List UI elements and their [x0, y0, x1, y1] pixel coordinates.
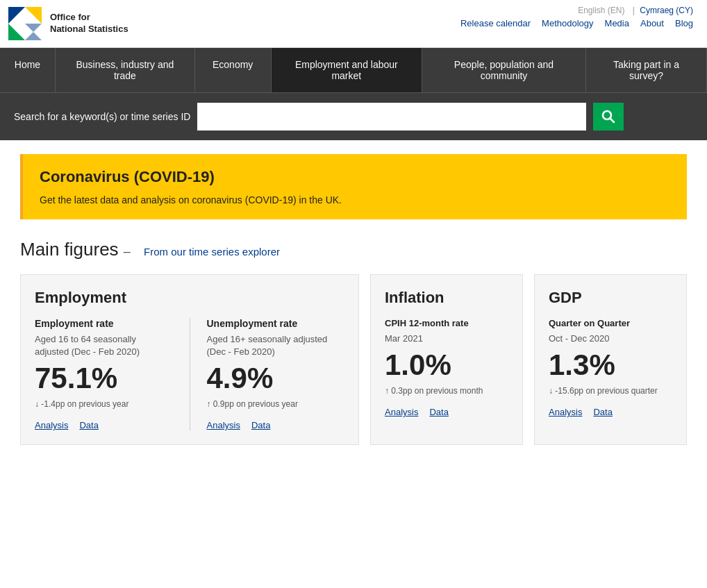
inflation-card: Inflation CPIH 12-month rate Mar 2021 1.…: [370, 274, 523, 445]
search-icon: [601, 110, 615, 124]
gdp-section: Quarter on Quarter Oct - Dec 2020 1.3% ↓…: [549, 318, 672, 417]
inflation-rate-title: CPIH 12-month rate: [385, 318, 508, 328]
employment-rate-change-text: -1.4pp on previous year: [41, 399, 128, 409]
time-series-explorer-link[interactable]: From our time series explorer: [144, 246, 280, 258]
nav-people[interactable]: People, population and community: [422, 48, 586, 92]
employment-card-title: Employment: [35, 289, 344, 307]
employment-rate-desc: Aged 16 to 64 seasonally adjusted (Dec -…: [35, 333, 173, 358]
covid-title: Coronavirus (COVID-19): [40, 168, 670, 186]
employment-rate-value: 75.1%: [35, 364, 173, 393]
inflation-section: CPIH 12-month rate Mar 2021 1.0% ↑ 0.3pp…: [385, 318, 508, 417]
top-right-nav: English (EN) | Cymraeg (CY) Release cale…: [460, 6, 693, 28]
unemployment-rate-analysis-link[interactable]: Analysis: [207, 420, 240, 430]
gdp-rate-desc: Oct - Dec 2020: [549, 333, 672, 345]
nav-business[interactable]: Business, industry and trade: [56, 48, 195, 92]
unemployment-rate-change-text: 0.9pp on previous year: [213, 399, 298, 409]
logo-area: Office for National Statistics: [7, 6, 128, 42]
nav-economy[interactable]: Economy: [195, 48, 272, 92]
nav-survey[interactable]: Taking part in a survey?: [586, 48, 707, 92]
methodology-link[interactable]: Methodology: [542, 18, 593, 28]
employment-card-inner: Employment rate Aged 16 to 64 seasonally…: [35, 318, 344, 430]
gdp-rate-change: ↓ -15.6pp on previous quarter: [549, 385, 672, 397]
gdp-links: Analysis Data: [549, 407, 672, 417]
employment-rate-change: ↓ -1.4pp on previous year: [35, 398, 173, 410]
unemployment-rate-title: Unemployment rate: [207, 318, 345, 329]
ons-logo-icon: [7, 6, 43, 42]
unemployment-rate-change: ↑ 0.9pp on previous year: [207, 398, 345, 410]
unemployment-rate-section: Unemployment rate Aged 16+ seasonally ad…: [207, 318, 345, 430]
gdp-card-title: GDP: [549, 289, 672, 307]
employment-card: Employment Employment rate Aged 16 to 64…: [20, 274, 359, 445]
inflation-data-link[interactable]: Data: [429, 407, 448, 417]
inflation-rate-value: 1.0%: [385, 351, 508, 380]
about-link[interactable]: About: [640, 18, 664, 28]
inflation-rate-desc: Mar 2021: [385, 333, 508, 345]
employment-rate-data-link[interactable]: Data: [79, 420, 98, 430]
search-bar: Search for a keyword(s) or time series I…: [0, 92, 707, 140]
unemployment-rate-data-link[interactable]: Data: [251, 420, 270, 430]
main-figures-heading: Main figures – From our time series expl…: [20, 239, 687, 260]
gdp-data-link[interactable]: Data: [593, 407, 612, 417]
top-header: Office for National Statistics English (…: [0, 0, 707, 48]
search-button[interactable]: [593, 103, 624, 131]
search-input[interactable]: [197, 103, 586, 131]
inflation-change-text: 0.3pp on previous month: [391, 386, 483, 396]
employment-rate-change-arrow: ↓: [35, 399, 39, 409]
inflation-links: Analysis Data: [385, 407, 508, 417]
utility-nav: Release calendar Methodology Media About…: [460, 18, 693, 28]
svg-line-6: [610, 119, 615, 123]
main-content: Coronavirus (COVID-19) Get the latest da…: [6, 140, 701, 459]
unemployment-rate-links: Analysis Data: [207, 420, 345, 430]
search-label: Search for a keyword(s) or time series I…: [14, 111, 190, 122]
nav-home[interactable]: Home: [0, 48, 56, 92]
gdp-card: GDP Quarter on Quarter Oct - Dec 2020 1.…: [534, 274, 687, 445]
gdp-rate-title: Quarter on Quarter: [549, 318, 672, 328]
employment-rate-analysis-link[interactable]: Analysis: [35, 420, 68, 430]
employment-rate-section: Employment rate Aged 16 to 64 seasonally…: [35, 318, 173, 430]
main-nav: Home Business, industry and trade Econom…: [0, 48, 707, 92]
gdp-rate-value: 1.3%: [549, 351, 672, 380]
inflation-change-arrow: ↑: [385, 386, 389, 396]
inflation-card-title: Inflation: [385, 289, 508, 307]
employment-rate-title: Employment rate: [35, 318, 173, 329]
org-name: Office for National Statistics: [50, 12, 128, 35]
unemployment-rate-change-arrow: ↑: [207, 399, 211, 409]
language-bar: English (EN) | Cymraeg (CY): [575, 6, 693, 15]
cards-row: Employment Employment rate Aged 16 to 64…: [20, 274, 687, 445]
release-calendar-link[interactable]: Release calendar: [460, 18, 531, 28]
gdp-change-arrow: ↓: [549, 386, 553, 396]
language-cy-link[interactable]: Cymraeg (CY): [640, 6, 693, 15]
covid-banner: Coronavirus (COVID-19) Get the latest da…: [20, 154, 687, 219]
inflation-rate-change: ↑ 0.3pp on previous month: [385, 385, 508, 397]
employment-rate-links: Analysis Data: [35, 420, 173, 430]
gdp-change-text: -15.6pp on previous quarter: [555, 386, 657, 396]
language-en: English (EN): [578, 6, 624, 15]
gdp-analysis-link[interactable]: Analysis: [549, 407, 582, 417]
media-link[interactable]: Media: [605, 18, 629, 28]
covid-link[interactable]: Get the latest data and analysis on coro…: [40, 194, 342, 205]
employment-card-divider: [190, 318, 190, 430]
blog-link[interactable]: Blog: [675, 18, 693, 28]
unemployment-rate-value: 4.9%: [207, 364, 345, 393]
unemployment-rate-desc: Aged 16+ seasonally adjusted (Dec - Feb …: [207, 333, 345, 358]
inflation-analysis-link[interactable]: Analysis: [385, 407, 418, 417]
nav-employment[interactable]: Employment and labour market: [272, 48, 422, 92]
